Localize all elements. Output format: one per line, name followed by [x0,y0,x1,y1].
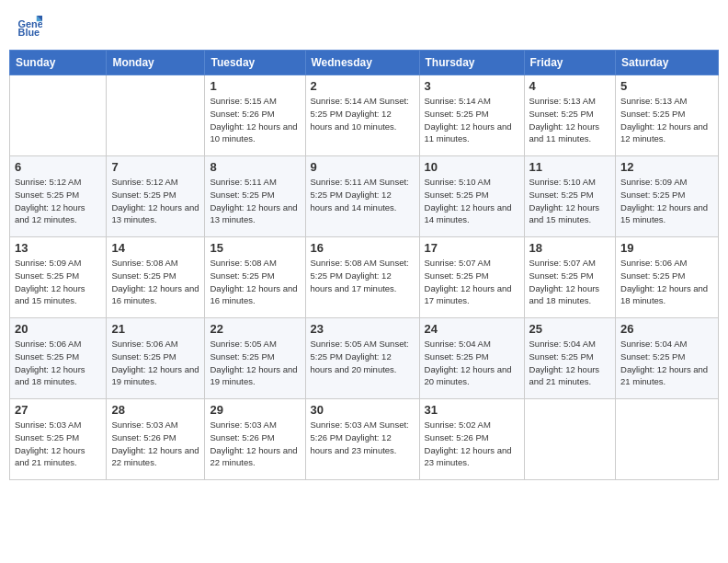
day-info: Sunrise: 5:08 AM Sunset: 5:25 PM Dayligh… [111,257,199,307]
day-number: 10 [425,160,519,174]
day-cell [524,399,616,480]
day-cell: 27Sunrise: 5:03 AM Sunset: 5:25 PM Dayli… [10,399,107,480]
day-cell: 11Sunrise: 5:10 AM Sunset: 5:25 PM Dayli… [524,156,616,237]
day-info: Sunrise: 5:09 AM Sunset: 5:25 PM Dayligh… [620,176,713,226]
day-cell: 14Sunrise: 5:08 AM Sunset: 5:25 PM Dayli… [107,237,205,318]
day-info: Sunrise: 5:11 AM Sunset: 5:25 PM Dayligh… [210,176,300,226]
day-number: 25 [529,322,611,336]
day-info: Sunrise: 5:07 AM Sunset: 5:25 PM Dayligh… [425,257,519,307]
day-number: 2 [311,79,415,93]
day-cell: 8Sunrise: 5:11 AM Sunset: 5:25 PM Daylig… [205,156,305,237]
day-cell: 20Sunrise: 5:06 AM Sunset: 5:25 PM Dayli… [10,318,107,399]
day-info: Sunrise: 5:10 AM Sunset: 5:25 PM Dayligh… [425,176,519,226]
day-info: Sunrise: 5:03 AM Sunset: 5:26 PM Dayligh… [210,419,300,469]
week-row-4: 20Sunrise: 5:06 AM Sunset: 5:25 PM Dayli… [10,318,719,399]
day-number: 20 [15,322,101,336]
day-number: 17 [425,241,519,255]
calendar-table: SundayMondayTuesdayWednesdayThursdayFrid… [9,50,719,480]
day-info: Sunrise: 5:03 AM Sunset: 5:26 PM Dayligh… [111,419,199,469]
day-info: Sunrise: 5:05 AM Sunset: 5:25 PM Dayligh… [210,338,300,388]
day-number: 28 [111,403,199,417]
day-number: 7 [111,160,199,174]
day-number: 15 [210,241,300,255]
logo: General Blue [17,13,44,39]
day-cell: 13Sunrise: 5:09 AM Sunset: 5:25 PM Dayli… [10,237,107,318]
day-info: Sunrise: 5:02 AM Sunset: 5:26 PM Dayligh… [425,419,519,469]
day-number: 8 [210,160,300,174]
day-number: 6 [15,160,101,174]
day-info: Sunrise: 5:04 AM Sunset: 5:25 PM Dayligh… [425,338,519,388]
day-info: Sunrise: 5:06 AM Sunset: 5:25 PM Dayligh… [111,338,199,388]
day-info: Sunrise: 5:10 AM Sunset: 5:25 PM Dayligh… [529,176,611,226]
svg-text:Blue: Blue [18,27,40,38]
weekday-saturday: Saturday [616,51,719,75]
day-cell: 1Sunrise: 5:15 AM Sunset: 5:26 PM Daylig… [205,75,305,156]
day-info: Sunrise: 5:03 AM Sunset: 5:25 PM Dayligh… [15,419,101,469]
day-cell: 23Sunrise: 5:05 AM Sunset: 5:25 PM Dayli… [305,318,419,399]
day-cell: 31Sunrise: 5:02 AM Sunset: 5:26 PM Dayli… [419,399,524,480]
day-cell: 4Sunrise: 5:13 AM Sunset: 5:25 PM Daylig… [524,75,616,156]
weekday-monday: Monday [107,51,205,75]
day-cell: 12Sunrise: 5:09 AM Sunset: 5:25 PM Dayli… [616,156,719,237]
day-cell: 17Sunrise: 5:07 AM Sunset: 5:25 PM Dayli… [419,237,524,318]
logo-icon: General Blue [17,13,42,39]
day-number: 22 [210,322,300,336]
day-number: 16 [311,241,415,255]
day-cell: 6Sunrise: 5:12 AM Sunset: 5:25 PM Daylig… [10,156,107,237]
weekday-header-row: SundayMondayTuesdayWednesdayThursdayFrid… [10,51,719,75]
weekday-sunday: Sunday [10,51,107,75]
day-number: 18 [529,241,611,255]
day-number: 21 [111,322,199,336]
day-cell: 29Sunrise: 5:03 AM Sunset: 5:26 PM Dayli… [205,399,305,480]
day-cell: 21Sunrise: 5:06 AM Sunset: 5:25 PM Dayli… [107,318,205,399]
day-number: 4 [529,79,611,93]
day-info: Sunrise: 5:08 AM Sunset: 5:25 PM Dayligh… [210,257,300,307]
day-cell: 7Sunrise: 5:12 AM Sunset: 5:25 PM Daylig… [107,156,205,237]
day-number: 19 [620,241,713,255]
day-cell: 9Sunrise: 5:11 AM Sunset: 5:25 PM Daylig… [305,156,419,237]
day-info: Sunrise: 5:09 AM Sunset: 5:25 PM Dayligh… [15,257,101,307]
day-cell [616,399,719,480]
day-info: Sunrise: 5:05 AM Sunset: 5:25 PM Dayligh… [311,338,415,375]
day-number: 31 [425,403,519,417]
day-number: 23 [311,322,415,336]
day-info: Sunrise: 5:14 AM Sunset: 5:25 PM Dayligh… [425,95,519,145]
day-number: 13 [15,241,101,255]
day-cell [10,75,107,156]
day-info: Sunrise: 5:04 AM Sunset: 5:25 PM Dayligh… [620,338,713,388]
day-number: 5 [620,79,713,93]
day-cell: 10Sunrise: 5:10 AM Sunset: 5:25 PM Dayli… [419,156,524,237]
day-cell: 5Sunrise: 5:13 AM Sunset: 5:25 PM Daylig… [616,75,719,156]
week-row-1: 1Sunrise: 5:15 AM Sunset: 5:26 PM Daylig… [10,75,719,156]
day-number: 11 [529,160,611,174]
day-info: Sunrise: 5:06 AM Sunset: 5:25 PM Dayligh… [15,338,101,388]
day-info: Sunrise: 5:12 AM Sunset: 5:25 PM Dayligh… [15,176,101,226]
day-cell: 25Sunrise: 5:04 AM Sunset: 5:25 PM Dayli… [524,318,616,399]
day-number: 14 [111,241,199,255]
day-number: 27 [15,403,101,417]
day-info: Sunrise: 5:11 AM Sunset: 5:25 PM Dayligh… [311,176,415,213]
page-header: General Blue [9,9,719,42]
day-info: Sunrise: 5:08 AM Sunset: 5:25 PM Dayligh… [311,257,415,294]
day-number: 12 [620,160,713,174]
day-number: 3 [425,79,519,93]
week-row-2: 6Sunrise: 5:12 AM Sunset: 5:25 PM Daylig… [10,156,719,237]
weekday-thursday: Thursday [419,51,524,75]
day-number: 30 [311,403,415,417]
day-info: Sunrise: 5:15 AM Sunset: 5:26 PM Dayligh… [210,95,300,145]
day-number: 9 [311,160,415,174]
day-info: Sunrise: 5:12 AM Sunset: 5:25 PM Dayligh… [111,176,199,226]
day-info: Sunrise: 5:04 AM Sunset: 5:25 PM Dayligh… [529,338,611,388]
week-row-5: 27Sunrise: 5:03 AM Sunset: 5:25 PM Dayli… [10,399,719,480]
day-info: Sunrise: 5:07 AM Sunset: 5:25 PM Dayligh… [529,257,611,307]
calendar-body: 1Sunrise: 5:15 AM Sunset: 5:26 PM Daylig… [10,75,719,480]
day-info: Sunrise: 5:13 AM Sunset: 5:25 PM Dayligh… [529,95,611,145]
day-number: 29 [210,403,300,417]
day-number: 1 [210,79,300,93]
day-number: 24 [425,322,519,336]
day-cell: 3Sunrise: 5:14 AM Sunset: 5:25 PM Daylig… [419,75,524,156]
day-cell: 22Sunrise: 5:05 AM Sunset: 5:25 PM Dayli… [205,318,305,399]
day-cell: 18Sunrise: 5:07 AM Sunset: 5:25 PM Dayli… [524,237,616,318]
day-cell: 26Sunrise: 5:04 AM Sunset: 5:25 PM Dayli… [616,318,719,399]
day-info: Sunrise: 5:13 AM Sunset: 5:25 PM Dayligh… [620,95,713,145]
